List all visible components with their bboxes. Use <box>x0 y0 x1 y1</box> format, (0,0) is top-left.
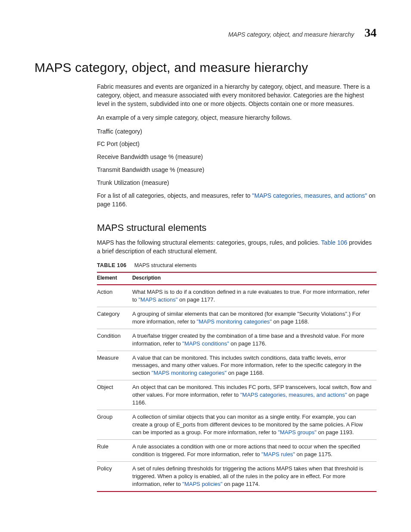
table-row: Measure A value that can be monitored. T… <box>97 351 377 380</box>
intro-paragraph: Fabric measures and events are organized… <box>97 83 377 109</box>
hierarchy-level-1: Traffic (category) <box>97 128 377 136</box>
body-text: Fabric measures and events are organized… <box>97 83 377 492</box>
table-row: Group A collection of similar objects th… <box>97 410 377 440</box>
table-row: Category A grouping of similar elements … <box>97 307 377 329</box>
table-body: Action What MAPS is to do if a condition… <box>97 285 377 492</box>
table-row: Policy A set of rules defining threshold… <box>97 461 377 491</box>
table-row: Rule A rule associates a condition with … <box>97 439 377 461</box>
table-row: Condition A true/false trigger created b… <box>97 329 377 351</box>
section-subtitle: MAPS structural elements <box>97 221 377 234</box>
structural-intro: MAPS has the following structural elemen… <box>97 239 377 256</box>
table-cell-element: Object <box>97 380 132 410</box>
table-cell-element: Rule <box>97 439 132 461</box>
table-cell-element: Condition <box>97 329 132 351</box>
xref-link-maps-rules[interactable]: "MAPS rules" <box>262 451 295 457</box>
table-caption-title: MAPS structural elements <box>134 262 197 268</box>
hierarchy-level-3-item: Receive Bandwidth usage % (measure) <box>97 153 377 162</box>
xref-paragraph: For a list of all categories, objects, a… <box>97 192 377 209</box>
hierarchy-level-3-item: Transmit Bandwidth usage % (measure) <box>97 166 377 174</box>
example-intro: An example of a very simple category, ob… <box>97 114 377 122</box>
table-cell-description: A value that can be monitored. This incl… <box>132 351 377 380</box>
page: MAPS category, object, and measure hiera… <box>0 0 411 518</box>
xref-link-maps-actions[interactable]: "MAPS actions" <box>138 296 177 303</box>
xref-link-table-106[interactable]: Table 106 <box>321 239 347 246</box>
page-title: MAPS category, object, and measure hiera… <box>34 60 377 75</box>
running-header-title: MAPS category, object, and measure hiera… <box>228 31 354 38</box>
table-cell-description: A grouping of similar elements that can … <box>132 307 377 329</box>
xref-link-maps-policies[interactable]: "MAPS policies" <box>182 481 222 487</box>
table-row: Object An object that can be monitored. … <box>97 380 377 410</box>
running-header: MAPS category, object, and measure hiera… <box>34 26 377 40</box>
hierarchy-level-3-item: Trunk Utilization (measure) <box>97 179 377 187</box>
table-cell-description: A rule associates a condition with one o… <box>132 439 377 461</box>
table-cell-description: A set of rules defining thresholds for t… <box>132 461 377 491</box>
table-header-element: Element <box>97 272 132 285</box>
table-cell-description: An object that can be monitored. This in… <box>132 380 377 410</box>
xref-prefix: For a list of all categories, objects, a… <box>97 192 252 199</box>
structural-elements-table: Element Description Action What MAPS is … <box>97 272 377 492</box>
hierarchy-level-2: FC Port (object) <box>97 140 377 149</box>
xref-link-maps-monitoring-categories[interactable]: "MAPS monitoring categories" <box>197 318 272 325</box>
chapter-number: 34 <box>364 26 377 40</box>
xref-link-maps-groups[interactable]: "MAPS groups" <box>278 429 316 436</box>
structural-intro-prefix: MAPS has the following structural elemen… <box>97 239 321 246</box>
table-row: Action What MAPS is to do if a condition… <box>97 285 377 307</box>
table-cell-element: Measure <box>97 351 132 380</box>
table-cell-description: A collection of similar objects that you… <box>132 410 377 440</box>
table-caption: TABLE 106MAPS structural elements <box>97 262 377 270</box>
table-header-row: Element Description <box>97 272 377 285</box>
table-cell-description: What MAPS is to do if a condition define… <box>132 285 377 307</box>
table-cell-element: Category <box>97 307 132 329</box>
table-header-description: Description <box>132 272 377 285</box>
xref-link-categories-measures-actions[interactable]: "MAPS categories, measures, and actions" <box>252 192 367 199</box>
table-cell-element: Group <box>97 410 132 440</box>
table-caption-label: TABLE 106 <box>97 262 127 268</box>
xref-link-maps-monitoring-categories[interactable]: "MAPS monitoring categories" <box>152 370 227 376</box>
table-cell-element: Policy <box>97 461 132 491</box>
hierarchy-example: Traffic (category) FC Port (object) Rece… <box>97 128 377 187</box>
xref-link-maps-categories-measures-actions[interactable]: "MAPS categories, measures, and actions" <box>240 392 347 398</box>
xref-link-maps-conditions[interactable]: "MAPS conditions" <box>182 340 229 347</box>
table-cell-element: Action <box>97 285 132 307</box>
table-cell-description: A true/false trigger created by the comb… <box>132 329 377 351</box>
